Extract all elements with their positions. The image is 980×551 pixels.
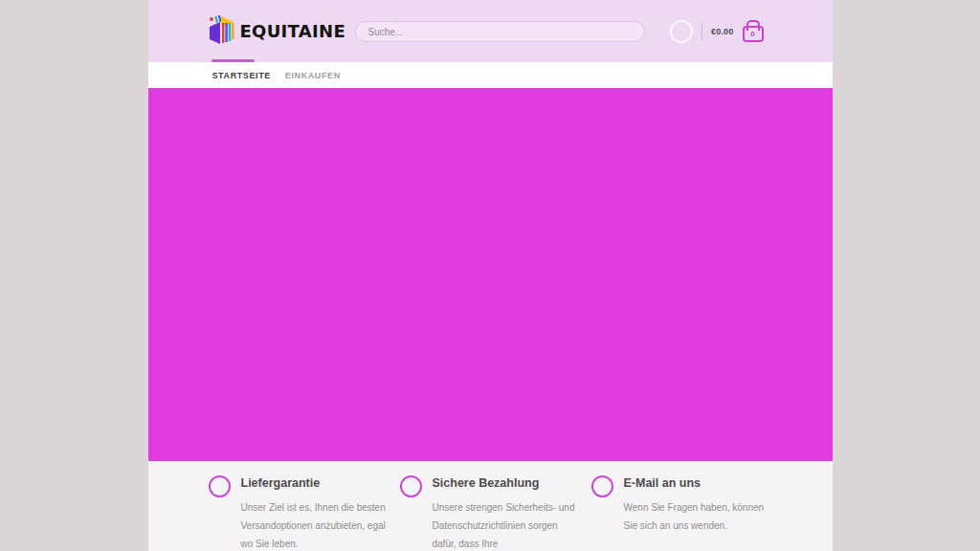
- search-input[interactable]: [355, 21, 645, 42]
- feature-email-an-uns: E-Mail an uns Wenn Sie Fragen haben, kön…: [591, 474, 783, 551]
- feature-sichere-bezahlung: Sichere Bezahlung Unsere strengen Sicher…: [400, 474, 591, 551]
- hero-banner: [148, 88, 833, 461]
- feature-liefergarantie: Liefergarantie Unser Ziel ist es, Ihnen …: [209, 474, 400, 551]
- header-right-cluster: €0.00 0: [670, 0, 764, 62]
- header-divider: [702, 23, 702, 40]
- nav-item-startseite[interactable]: STARTSEITE: [212, 71, 271, 80]
- feature-title: Liefergarantie: [241, 476, 392, 490]
- search-bar: [355, 21, 645, 42]
- active-tab-indicator: [212, 59, 255, 62]
- shipping-circle-icon: [209, 475, 231, 497]
- feature-description: Unser Ziel ist es, Ihnen die besten Vers…: [241, 498, 387, 551]
- cart-bag-icon[interactable]: 0: [743, 26, 764, 42]
- nav-item-einkaufen[interactable]: EINKAUFEN: [285, 71, 341, 80]
- secure-payment-circle-icon: [400, 475, 422, 497]
- brand-name: EQUITAINE: [240, 21, 345, 41]
- cart-total: €0.00: [711, 27, 734, 36]
- page-container: EQUITAINE €0.00 0 STARTSEITE EINKAUFEN L…: [148, 0, 833, 551]
- cart-count-badge: 0: [750, 30, 754, 38]
- account-icon[interactable]: [670, 20, 693, 43]
- feature-description: Unsere strengen Sicherheits- und Datensc…: [433, 498, 578, 551]
- features-section: Liefergarantie Unser Ziel ist es, Ihnen …: [148, 461, 833, 551]
- main-nav: STARTSEITE EINKAUFEN: [148, 62, 833, 88]
- email-circle-icon: [591, 475, 613, 497]
- feature-title: E-Mail an uns: [624, 476, 775, 490]
- brand-logo[interactable]: EQUITAINE: [208, 14, 345, 47]
- site-header: EQUITAINE €0.00 0: [148, 0, 833, 62]
- feature-title: Sichere Bezahlung: [433, 476, 584, 490]
- brand-logo-icon: [208, 14, 236, 47]
- feature-description: Wenn Sie Fragen haben, können Sie sich a…: [624, 498, 769, 535]
